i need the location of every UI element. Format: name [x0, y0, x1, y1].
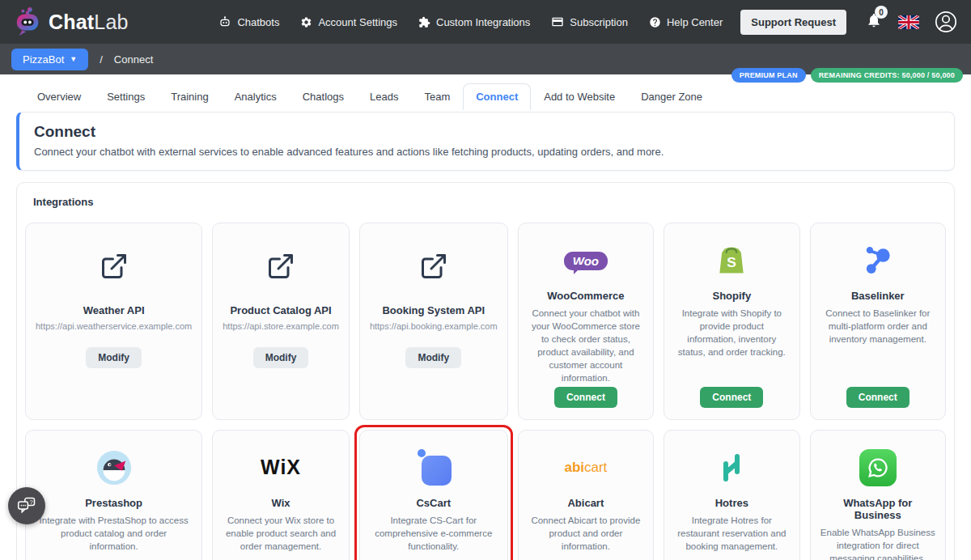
integration-name: Abicart — [567, 497, 604, 509]
user-avatar-button[interactable] — [934, 10, 958, 34]
help-chat-widget-button[interactable]: ? — [8, 487, 45, 524]
nav-item-account-settings[interactable]: Account Settings — [300, 16, 397, 28]
connect-button[interactable]: Connect — [846, 387, 910, 408]
breadcrumb-page: Connect — [114, 53, 153, 66]
prestashop-icon — [95, 445, 133, 490]
integration-card-cscart: CsCartIntegrate CS-Cart for comprehensiv… — [359, 430, 508, 560]
chevron-down-icon: ▼ — [70, 55, 77, 63]
whatsapp-icon — [859, 445, 897, 490]
integration-name: Shopify — [712, 290, 751, 302]
tab-danger-zone[interactable]: Danger Zone — [628, 83, 715, 110]
integration-name: CsCart — [416, 497, 451, 509]
main-nav: ChatbotsAccount SettingsCustom Integrati… — [218, 15, 723, 28]
integrations-panel: Integrations Weather APIhttps://api.weat… — [16, 182, 955, 560]
plan-badges: PREMIUM PLAN REMAINING CREDITS: 50,000 /… — [731, 68, 963, 83]
nav-item-custom-integrations[interactable]: Custom Integrations — [418, 16, 530, 28]
wix-icon: WiX — [261, 445, 301, 490]
tab-leads[interactable]: Leads — [357, 83, 411, 110]
integration-name: Weather API — [83, 304, 145, 316]
modify-button[interactable]: Modify — [253, 347, 309, 368]
nav-item-label: Help Center — [667, 16, 723, 28]
integrations-section-title: Integrations — [17, 183, 954, 218]
baselinker-icon — [860, 238, 896, 283]
page-description: Connect your chatbot with external servi… — [34, 146, 939, 158]
external-link-icon — [419, 238, 448, 295]
external-link-icon — [100, 238, 129, 295]
integration-name: Booking System API — [382, 304, 485, 316]
integration-url: https://api.booking.example.com — [370, 321, 498, 331]
person-icon — [934, 23, 958, 36]
nav-item-label: Subscription — [570, 16, 628, 28]
tab-overview[interactable]: Overview — [24, 83, 94, 110]
bell-icon — [866, 17, 882, 31]
integration-description: Integrate with PrestaShop to access prod… — [36, 514, 192, 553]
svg-text:?: ? — [29, 498, 32, 505]
abicart-icon: abicart — [564, 445, 607, 490]
connect-button[interactable]: Connect — [700, 387, 763, 408]
integration-card-prestashop: PrestashopIntegrate with PrestaShop to a… — [25, 430, 202, 560]
bot-name: PizzaBot — [23, 53, 64, 66]
integration-name: Baselinker — [851, 290, 905, 302]
nav-item-help-center[interactable]: Help Center — [649, 16, 723, 28]
chatlab-logo-icon — [13, 6, 44, 37]
page-title: Connect — [34, 123, 939, 141]
shopify-icon: S — [714, 238, 749, 283]
integration-card-whatsapp-for-business: WhatsApp for BusinessEnable WhatsApp Bus… — [810, 430, 946, 560]
credit-card-icon — [551, 15, 564, 28]
integration-description: Connect your chatbot with your WooCommer… — [528, 307, 643, 385]
woocommerce-icon: Woo — [564, 238, 608, 283]
integration-description: Integrate Hotres for restaurant reservat… — [674, 514, 789, 553]
integration-name: Product Catalog API — [230, 304, 331, 316]
chat-bubbles-icon: ? — [16, 495, 38, 517]
integration-description: Enable WhatsApp Business integration for… — [820, 526, 935, 560]
tab-chatlogs[interactable]: Chatlogs — [290, 83, 357, 110]
integration-name: WhatsApp for Business — [820, 497, 935, 521]
integration-card-woocommerce: WooWooCommerceConnect your chatbot with … — [518, 223, 654, 420]
notifications-button[interactable]: 0 — [866, 12, 882, 32]
integration-description: Connect your Wix store to enable product… — [223, 514, 339, 553]
brand-name: ChatLab — [49, 11, 129, 34]
integration-description: Connect to Baselinker for multi-platform… — [820, 307, 935, 346]
integration-description: Integrate with Shopify to provide produc… — [674, 307, 789, 358]
top-navbar: ChatLab ChatbotsAccount SettingsCustom I… — [0, 0, 971, 44]
bot-selector-dropdown[interactable]: PizzaBot ▼ — [11, 49, 88, 70]
nav-item-label: Chatbots — [237, 16, 279, 28]
integration-url: https://api.store.example.com — [223, 321, 339, 331]
language-flag-uk[interactable] — [898, 15, 919, 29]
tab-add-to-website[interactable]: Add to Website — [531, 83, 628, 110]
integration-description: Connect Abicart to provide product and o… — [528, 514, 643, 553]
nav-item-subscription[interactable]: Subscription — [551, 15, 628, 28]
integration-card-shopify: SShopifyIntegrate with Shopify to provid… — [664, 223, 799, 420]
tab-settings[interactable]: Settings — [94, 83, 158, 110]
help-icon — [649, 16, 661, 28]
support-request-button[interactable]: Support Request — [740, 10, 846, 35]
integrations-grid: Weather APIhttps://api.weatherservice.ex… — [17, 218, 954, 560]
premium-plan-badge: PREMIUM PLAN — [731, 68, 806, 83]
integration-url: https://api.weatherservice.example.com — [36, 321, 192, 331]
tab-team[interactable]: Team — [411, 83, 463, 110]
integration-description: Integrate CS-Cart for comprehensive e-co… — [370, 514, 498, 553]
chatlab-logo[interactable]: ChatLab — [13, 6, 129, 37]
cscart-icon — [415, 445, 452, 490]
connect-button[interactable]: Connect — [554, 387, 617, 408]
integration-card-abicart: abicartAbicartConnect Abicart to provide… — [518, 430, 654, 560]
nav-item-chatbots[interactable]: Chatbots — [218, 15, 279, 28]
connect-header-card: Connect Connect your chatbot with extern… — [16, 112, 955, 171]
modify-button[interactable]: Modify — [405, 347, 461, 368]
integration-card-weather-api: Weather APIhttps://api.weatherservice.ex… — [25, 223, 202, 420]
integration-name: Prestashop — [85, 497, 142, 509]
breadcrumb-separator: / — [100, 53, 103, 66]
external-link-icon — [266, 238, 295, 295]
integration-card-wix: WiXWixConnect your Wix store to enable p… — [212, 430, 350, 560]
gear-icon — [300, 16, 312, 28]
notification-count-badge: 0 — [875, 6, 888, 19]
integration-card-booking-system-api: Booking System APIhttps://api.booking.ex… — [359, 223, 508, 420]
remaining-credits-badge: REMAINING CREDITS: 50,000 / 50,000 — [811, 68, 963, 83]
modify-button[interactable]: Modify — [86, 347, 142, 368]
tab-analytics[interactable]: Analytics — [222, 83, 290, 110]
tab-connect[interactable]: Connect — [463, 83, 531, 110]
integration-name: Hotres — [715, 497, 748, 509]
nav-item-label: Account Settings — [318, 16, 397, 28]
tab-training[interactable]: Training — [158, 83, 221, 110]
hotres-icon — [715, 445, 748, 490]
